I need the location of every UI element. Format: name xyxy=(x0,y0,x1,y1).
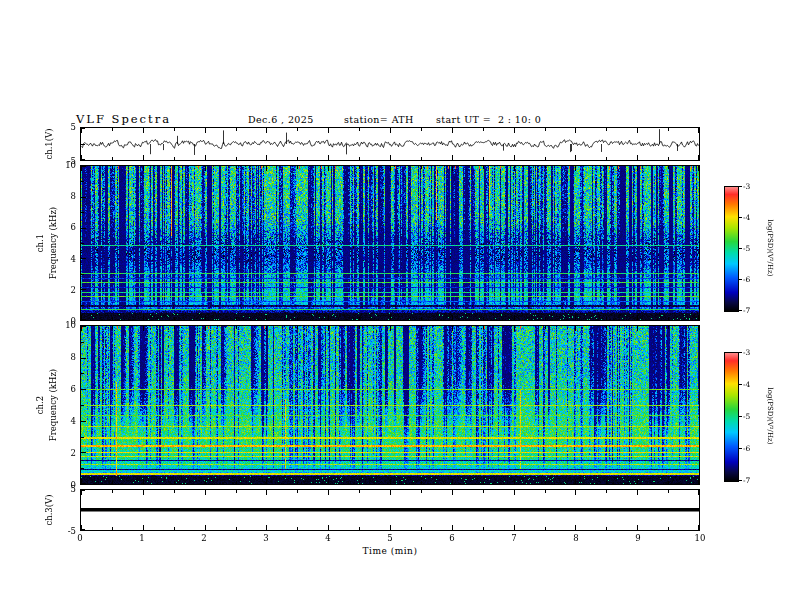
axis-tick xyxy=(668,128,669,131)
axis-tick-label: 3 xyxy=(263,533,268,543)
axis-tick xyxy=(390,315,391,320)
axis-tick xyxy=(575,490,576,495)
axis-tick xyxy=(81,319,86,320)
axis-tick xyxy=(452,128,453,133)
axis-tick xyxy=(452,315,453,320)
axis-tick-label: 2 xyxy=(56,448,76,458)
axis-tick xyxy=(421,326,422,329)
axis-tick xyxy=(514,326,515,331)
axis-tick xyxy=(514,166,515,171)
axis-tick-label: 4 xyxy=(56,254,76,264)
axis-tick xyxy=(739,384,742,385)
axis-tick-label: -4 xyxy=(743,213,750,222)
axis-tick xyxy=(205,525,206,530)
axis-tick xyxy=(174,490,175,493)
axis-tick xyxy=(174,481,175,484)
axis-tick xyxy=(452,490,453,495)
axis-tick xyxy=(698,315,699,320)
axis-tick xyxy=(205,128,206,133)
axis-tick xyxy=(390,490,391,495)
axis-tick xyxy=(637,525,638,530)
axis-tick xyxy=(668,490,669,493)
axis-tick xyxy=(421,317,422,320)
axis-tick xyxy=(698,128,699,133)
axis-tick-label: 0 xyxy=(77,533,82,543)
colorbar-ch2 xyxy=(724,352,739,482)
axis-tick xyxy=(81,197,86,198)
axis-tick xyxy=(112,157,113,160)
axis-tick xyxy=(236,481,237,484)
ch2-spectrogram-panel xyxy=(80,325,700,485)
axis-tick xyxy=(81,452,86,453)
axis-tick xyxy=(236,317,237,320)
axis-tick xyxy=(452,155,453,160)
axis-tick xyxy=(452,166,453,171)
axis-tick xyxy=(739,416,742,417)
axis-tick xyxy=(359,157,360,160)
axis-tick xyxy=(668,157,669,160)
axis-tick-label: 6 xyxy=(56,384,76,394)
axis-tick-label: 5 xyxy=(56,484,76,494)
axis-tick xyxy=(452,525,453,530)
axis-tick xyxy=(266,490,267,495)
axis-tick xyxy=(545,527,546,530)
axis-tick xyxy=(606,157,607,160)
axis-tick xyxy=(297,317,298,320)
axis-tick xyxy=(112,326,113,329)
vlf-spectra-figure: VLF Spectra Dec.6 , 2025 station= ATH st… xyxy=(0,0,792,612)
axis-tick xyxy=(81,490,85,491)
ch3v-ylabel: ch.3(V) xyxy=(44,494,54,525)
axis-tick xyxy=(205,490,206,495)
axis-tick xyxy=(575,155,576,160)
axis-tick xyxy=(328,479,329,484)
axis-tick xyxy=(575,525,576,530)
axis-tick xyxy=(81,468,84,469)
axis-tick xyxy=(143,525,144,530)
axis-tick xyxy=(359,481,360,484)
axis-tick xyxy=(698,479,699,484)
axis-tick xyxy=(606,326,607,329)
axis-tick xyxy=(483,481,484,484)
axis-tick xyxy=(266,525,267,530)
ch2spec-channel-label: ch.2 xyxy=(35,396,45,414)
axis-tick xyxy=(739,279,742,280)
axis-tick-label: 1 xyxy=(139,533,144,543)
axis-tick xyxy=(668,166,669,169)
axis-tick xyxy=(390,155,391,160)
axis-tick xyxy=(359,527,360,530)
axis-tick xyxy=(637,326,638,331)
axis-tick xyxy=(575,326,576,331)
axis-tick xyxy=(236,527,237,530)
colorbar1-label: log(PSD)(V²/Hz) xyxy=(766,220,774,277)
axis-tick xyxy=(359,326,360,329)
axis-tick xyxy=(236,490,237,493)
axis-tick xyxy=(328,155,329,160)
axis-tick-label: 8 xyxy=(56,191,76,201)
axis-tick xyxy=(112,481,113,484)
axis-tick-label: 8 xyxy=(573,533,578,543)
axis-tick-label: -6 xyxy=(743,444,750,453)
ch1v-ylabel: ch.1(V) xyxy=(44,128,54,159)
axis-tick-label: 8 xyxy=(56,352,76,362)
axis-tick xyxy=(545,481,546,484)
axis-tick-label: 9 xyxy=(635,533,640,543)
axis-tick xyxy=(205,315,206,320)
axis-tick xyxy=(452,479,453,484)
colorbar2-label: log(PSD)(V²/Hz) xyxy=(766,388,774,445)
axis-tick xyxy=(637,479,638,484)
axis-tick xyxy=(81,405,84,406)
axis-tick xyxy=(514,479,515,484)
axis-tick xyxy=(483,490,484,493)
axis-tick-label: 2 xyxy=(201,533,206,543)
axis-tick-label: -3 xyxy=(743,182,750,191)
axis-tick xyxy=(739,186,742,187)
axis-tick-label: 5 xyxy=(387,533,392,543)
axis-tick xyxy=(739,217,742,218)
axis-tick xyxy=(81,529,85,530)
x-axis-title: Time (min) xyxy=(363,546,418,556)
axis-tick xyxy=(328,128,329,133)
axis-tick xyxy=(81,421,86,422)
axis-tick xyxy=(174,166,175,169)
axis-tick xyxy=(545,490,546,493)
axis-tick xyxy=(205,326,206,331)
